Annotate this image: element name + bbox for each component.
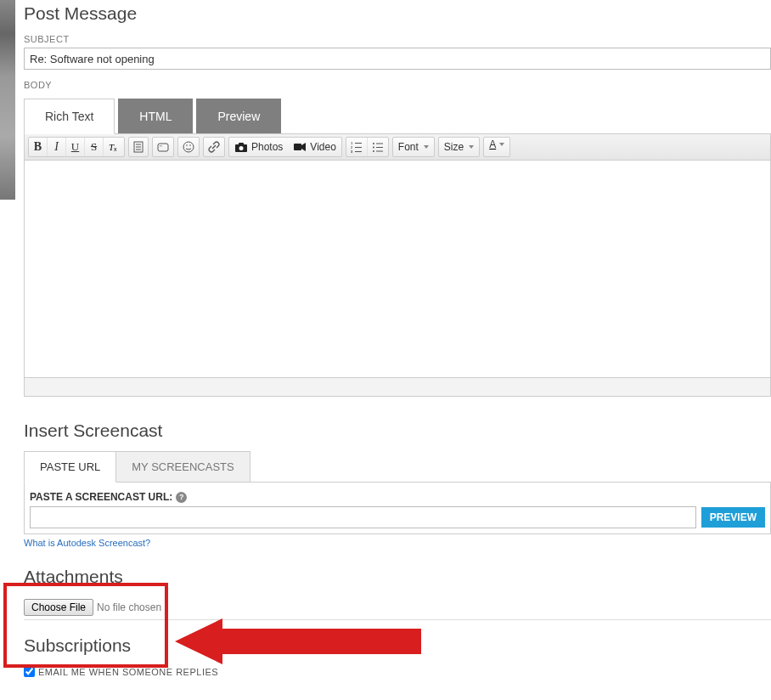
page-title: Post Message [24, 3, 771, 24]
svg-point-21 [373, 143, 374, 144]
screencast-body: PASTE A SCREENCAST URL: ? PREVIEW [24, 482, 771, 534]
color-group: A [483, 137, 510, 157]
ol-icon: 123 [351, 141, 363, 153]
tab-rich-text[interactable]: Rich Text [24, 99, 115, 134]
email-reply-checkbox-row[interactable]: EMAIL ME WHEN SOMEONE REPLIES [24, 666, 771, 677]
attachments-title: Attachments [24, 567, 771, 587]
tab-preview[interactable]: Preview [196, 99, 281, 134]
misc-group1 [128, 137, 149, 157]
subject-label: SUBJECT [24, 34, 771, 44]
svg-rect-12 [239, 143, 244, 145]
list-group: 123 [346, 137, 389, 157]
svg-point-9 [186, 144, 188, 146]
svg-text:": " [160, 144, 162, 151]
font-label: Font [398, 141, 419, 153]
doc-icon [133, 141, 144, 153]
emoji-button[interactable] [178, 138, 199, 156]
subject-input[interactable] [24, 48, 771, 70]
clear-format-button[interactable]: Tx [104, 138, 124, 156]
source-button[interactable] [129, 138, 148, 156]
link-icon [208, 141, 220, 153]
screencast-tabs: PASTE URL MY SCREENCASTS [24, 451, 771, 483]
link-button[interactable] [204, 138, 224, 156]
smiley-icon [183, 141, 194, 153]
media-group: Photos Video [228, 137, 342, 157]
file-status: No file chosen [97, 601, 161, 613]
subscriptions-title: Subscriptions [24, 635, 771, 656]
choose-file-button[interactable]: Choose File [24, 599, 93, 616]
format-group: B I U S Tx [28, 137, 125, 157]
unordered-list-button[interactable] [368, 138, 388, 156]
tab-my-screencasts[interactable]: MY SCREENCASTS [116, 451, 250, 483]
ordered-list-button[interactable]: 123 [346, 138, 368, 156]
video-label: Video [310, 141, 335, 153]
caret-icon [469, 145, 474, 149]
svg-point-10 [189, 144, 191, 146]
video-button[interactable]: Video [288, 138, 340, 156]
caret-icon [499, 143, 504, 146]
caret-icon [424, 145, 429, 149]
svg-text:x: x [114, 146, 117, 152]
attachment-row: Choose File No file chosen [24, 599, 771, 620]
ul-icon [372, 141, 384, 153]
size-label: Size [444, 141, 464, 153]
italic-button[interactable]: I [48, 138, 66, 156]
quote-icon: " [157, 141, 169, 153]
left-image-strip [0, 0, 15, 200]
editor-textarea[interactable] [25, 161, 770, 377]
quote-group: " [152, 137, 174, 157]
underline-button[interactable]: U [66, 138, 85, 156]
editor-tabs: Rich Text HTML Preview [24, 99, 771, 134]
svg-point-13 [239, 146, 244, 150]
font-dropdown[interactable]: Font [393, 138, 434, 156]
screencast-preview-button[interactable]: PREVIEW [701, 507, 765, 528]
color-label: A [489, 138, 496, 150]
body-label: BODY [24, 80, 771, 90]
svg-rect-14 [294, 144, 301, 150]
size-dropdown[interactable]: Size [439, 138, 479, 156]
svg-point-22 [373, 147, 374, 149]
svg-point-23 [373, 150, 374, 152]
tab-paste-url[interactable]: PASTE URL [24, 451, 116, 483]
size-group: Size [438, 137, 480, 157]
help-icon[interactable]: ? [176, 492, 187, 503]
photos-label: Photos [251, 141, 283, 153]
svg-text:3: 3 [351, 150, 353, 153]
video-icon [293, 142, 307, 152]
camera-icon [234, 142, 248, 153]
bold-button[interactable]: B [29, 138, 48, 156]
email-reply-label: EMAIL ME WHEN SOMEONE REPLIES [38, 667, 218, 677]
strike-button[interactable]: S [85, 138, 104, 156]
tab-html[interactable]: HTML [118, 99, 193, 134]
font-group: Font [392, 137, 435, 157]
quote-button[interactable]: " [153, 138, 173, 156]
screencast-url-input[interactable] [30, 506, 696, 528]
photos-button[interactable]: Photos [229, 138, 288, 156]
screencast-url-label-text: PASTE A SCREENCAST URL: [30, 491, 172, 503]
email-reply-checkbox[interactable] [24, 666, 35, 677]
editor-toolbar: B I U S Tx " [25, 134, 770, 161]
editor-container: B I U S Tx " [24, 133, 771, 397]
svg-point-8 [183, 142, 194, 152]
clear-format-icon: Tx [108, 141, 120, 153]
editor-footer [25, 377, 770, 396]
font-color-dropdown[interactable]: A [484, 138, 509, 156]
link-group [203, 137, 225, 157]
screencast-help-link[interactable]: What is Autodesk Screencast? [24, 538, 150, 548]
screencast-title: Insert Screencast [24, 421, 771, 441]
emoji-group [177, 137, 200, 157]
screencast-url-label: PASTE A SCREENCAST URL: ? [30, 491, 765, 503]
